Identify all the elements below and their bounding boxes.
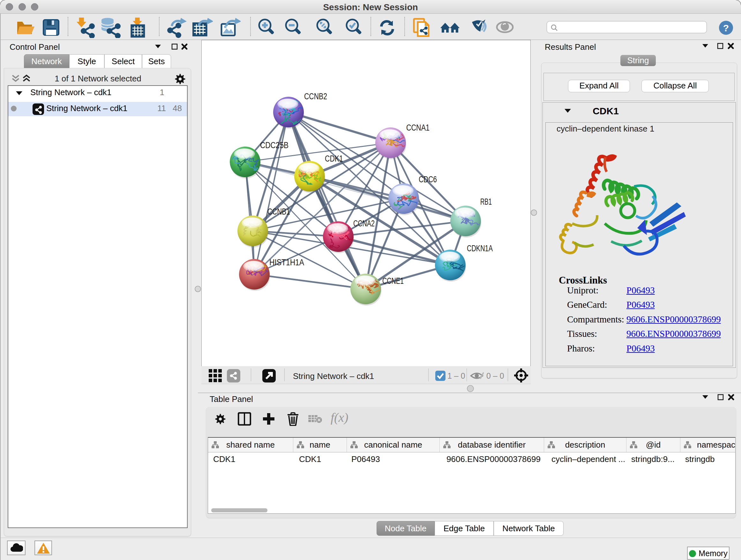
svg-text:CDK1: CDK1 xyxy=(325,154,343,164)
svg-text:CDKN1A: CDKN1A xyxy=(467,244,493,253)
svg-text:CDC6: CDC6 xyxy=(419,175,437,184)
svg-text:RB1: RB1 xyxy=(480,197,492,206)
svg-text:CCNA2: CCNA2 xyxy=(353,219,375,228)
svg-text:HIST1H1A: HIST1H1A xyxy=(269,258,304,267)
svg-text:CCNA1: CCNA1 xyxy=(406,123,429,132)
svg-text:CCNE1: CCNE1 xyxy=(382,276,404,286)
svg-text:CCNB2: CCNB2 xyxy=(304,91,327,101)
svg-text:CCNB1: CCNB1 xyxy=(267,207,290,216)
svg-text:?: ? xyxy=(723,23,729,33)
svg-text:CDC25B: CDC25B xyxy=(260,140,288,150)
